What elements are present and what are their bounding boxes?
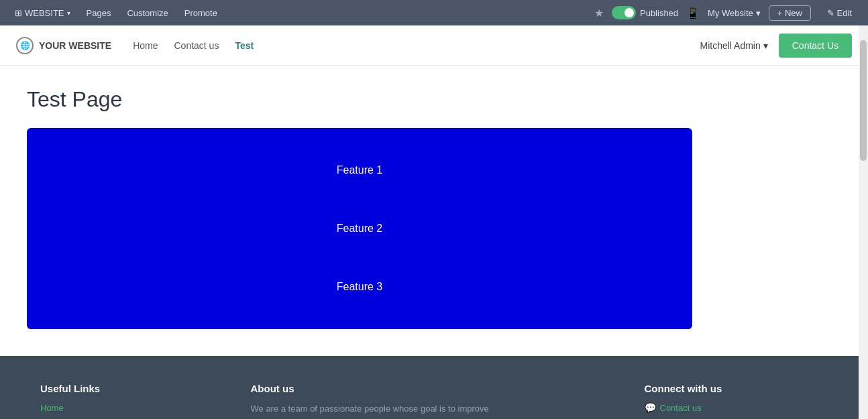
published-toggle[interactable] <box>612 6 636 19</box>
pages-menu[interactable]: Pages <box>80 5 118 21</box>
chat-icon: 💬 <box>645 402 656 413</box>
feature-3: Feature 3 <box>337 281 382 293</box>
contact-us-button[interactable]: Contact Us <box>779 34 852 58</box>
footer: Useful Links Home About us We are a team… <box>0 356 868 419</box>
nav-contact-us[interactable]: Contact us <box>174 40 219 51</box>
grid-icon: ⊞ <box>15 8 22 18</box>
nav-test[interactable]: Test <box>235 40 254 51</box>
promote-menu[interactable]: Promote <box>178 5 224 21</box>
mobile-icon[interactable]: 📱 <box>686 7 700 19</box>
footer-grid: Useful Links Home About us We are a team… <box>40 383 828 416</box>
site-menu: Home Contact us Test <box>111 40 700 51</box>
customize-menu[interactable]: Customize <box>120 5 174 21</box>
published-label: Published <box>640 8 678 18</box>
about-text: We are a team of passionate people whose… <box>251 402 618 416</box>
page-title: Test Page <box>27 87 841 112</box>
scrollbar-thumb[interactable] <box>860 40 867 161</box>
admin-bar: ⊞ WEBSITE ▾ Pages Customize Promote ★ Pu… <box>0 0 868 25</box>
nav-home[interactable]: Home <box>133 40 158 51</box>
website-menu[interactable]: ⊞ WEBSITE ▾ <box>8 5 77 21</box>
feature-1: Feature 1 <box>337 164 382 176</box>
footer-connect: Connect with us 💬 Contact us <box>645 383 828 416</box>
dropdown-caret-icon: ▾ <box>756 8 761 18</box>
site-nav-right: Mitchell Admin ▾ Contact Us <box>700 34 852 58</box>
caret-icon: ▾ <box>67 9 70 17</box>
about-heading: About us <box>251 383 618 394</box>
published-toggle-container: Published <box>612 6 678 19</box>
new-button[interactable]: + New <box>769 5 811 21</box>
footer-contact-link[interactable]: 💬 Contact us <box>645 402 828 413</box>
scrollbar-track <box>859 25 868 419</box>
admin-caret-icon: ▾ <box>763 40 768 51</box>
useful-links-heading: Useful Links <box>40 383 224 394</box>
site-nav: 🌐 YOUR WEBSITE Home Contact us Test Mitc… <box>0 25 868 66</box>
my-website-dropdown[interactable]: My Website ▾ <box>708 8 761 18</box>
edit-button[interactable]: ✎ Edit <box>819 6 860 20</box>
feature-2: Feature 2 <box>337 223 382 235</box>
connect-heading: Connect with us <box>645 383 828 394</box>
main-content: Test Page Feature 1 Feature 2 Feature 3 <box>0 66 868 356</box>
footer-useful-links: Useful Links Home <box>40 383 224 416</box>
footer-about: About us We are a team of passionate peo… <box>251 383 618 416</box>
star-icon[interactable]: ★ <box>594 7 604 19</box>
site-logo[interactable]: 🌐 YOUR WEBSITE <box>16 37 111 54</box>
feature-block: Feature 1 Feature 2 Feature 3 <box>27 128 692 329</box>
admin-dropdown[interactable]: Mitchell Admin ▾ <box>700 40 767 51</box>
logo-icon: 🌐 <box>16 37 34 54</box>
footer-home-link[interactable]: Home <box>40 403 64 413</box>
